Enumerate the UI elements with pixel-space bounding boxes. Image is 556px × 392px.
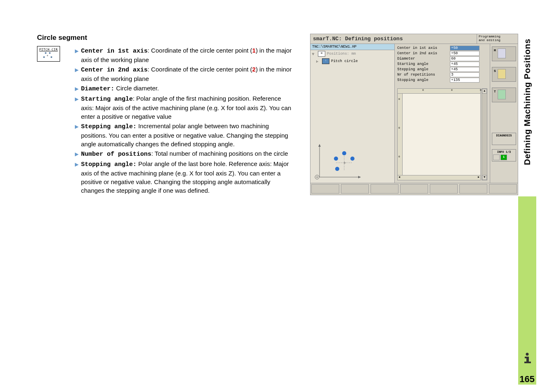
positions-icon: ⊞	[318, 51, 325, 57]
bullet-item: ▶ Number of positions: Total number of m…	[75, 149, 292, 159]
params-panel: Center in 1st axis Center in 2nd axis Di…	[395, 44, 490, 183]
param-label: Stepping angle	[396, 67, 450, 72]
bullet-arrow-icon: ▶	[75, 96, 79, 121]
tree-label: Positions: mm	[327, 52, 356, 56]
ruler-left: 0 0 0	[398, 94, 403, 175]
param-row: Center in 1st axis	[396, 46, 488, 51]
file-path: TNC:\SMARTNC\NEW1.HP	[310, 44, 394, 50]
svg-point-8	[342, 151, 346, 155]
bullet-arrow-icon: ▶	[75, 85, 79, 93]
side-toolbar: M S T DIAGNOSIS INFO 1/3 1	[490, 44, 518, 183]
diameter-input[interactable]	[450, 56, 480, 61]
bullet-text: Stepping angle: Incremental polar angle …	[81, 122, 292, 148]
scroll-down-icon[interactable]: ▼	[482, 175, 487, 180]
bullet-text: Center in 1st axis: Coordinate of the ci…	[81, 46, 292, 64]
param-row: Center in 2nd axis	[396, 51, 488, 56]
info-box[interactable]: INFO 1/3 1	[492, 149, 516, 161]
bullet-text: Stopping angle: Polar angle of the last …	[81, 159, 292, 195]
param-row: Diameter	[396, 56, 488, 61]
svg-rect-16	[526, 357, 529, 362]
param-label: Starting angle	[396, 62, 450, 67]
s-icon	[498, 69, 506, 79]
bullet-item: ▶ Stepping angle: Incremental polar angl…	[75, 122, 292, 148]
screen-title: smarT.NC: Defining positions	[310, 34, 477, 44]
tree-panel: TNC:\SMARTNC\NEW1.HP ▽ ⊞ Positions: mm ▷…	[310, 44, 395, 183]
toolbar-button[interactable]	[459, 184, 487, 194]
m-button[interactable]: M	[492, 46, 516, 61]
toolbar-button[interactable]	[371, 184, 398, 194]
pitch-circle-icon: ∴	[322, 58, 329, 64]
svg-point-7	[350, 157, 354, 161]
bullet-text: Starting angle: Polar angle of the first…	[81, 94, 292, 121]
bullet-list: ▶ Center in 1st axis: Coordinate of the …	[75, 46, 292, 195]
bullet-item: ▶ Starting angle: Polar angle of the fir…	[75, 94, 292, 121]
toolbar-button[interactable]	[489, 184, 517, 194]
stepping-angle-input[interactable]	[450, 67, 480, 72]
scrollbar-vertical[interactable]: ▲ ▼	[482, 88, 487, 180]
t-button[interactable]: T	[492, 88, 516, 102]
param-label: Center in 2nd axis	[396, 51, 450, 56]
stopping-angle-input[interactable]	[450, 78, 480, 83]
param-label: Nr of repetitions	[396, 72, 450, 77]
param-row: Stepping angle	[396, 67, 488, 72]
diagnosis-box[interactable]: DIAGNOSIS	[492, 133, 516, 145]
svg-marker-2	[358, 176, 361, 178]
param-label: Stopping angle	[396, 78, 450, 83]
scroll-up-icon[interactable]: ▲	[482, 89, 487, 94]
bullet-text: Number of positions: Total number of mac…	[81, 149, 292, 159]
diagnosis-icon	[493, 138, 515, 144]
bullet-arrow-icon: ▶	[75, 151, 79, 159]
bullet-text: Center in 2nd axis: Coordinate of the ci…	[81, 65, 292, 83]
bullet-item: ▶ Stopping angle: Polar angle of the las…	[75, 159, 292, 195]
section-title: Circle segment	[37, 34, 292, 42]
collapse-arrow-icon[interactable]: ▽	[312, 52, 316, 56]
bullet-text: Diameter: Circle diameter.	[81, 84, 292, 93]
toolbar-button[interactable]	[430, 184, 458, 194]
m-icon	[498, 48, 506, 58]
bullet-arrow-icon: ▶	[75, 48, 79, 64]
svg-point-9	[334, 157, 338, 161]
tree-item-pitch-circle[interactable]: ▷ ∴ Pitch circle	[310, 58, 394, 65]
ruler-bottom: ◄ ►	[398, 175, 480, 180]
cnc-screenshot: smarT.NC: Defining positions Programming…	[310, 34, 518, 195]
info-glyph-icon	[521, 352, 534, 365]
expand-arrow-icon[interactable]: ▷	[316, 60, 320, 63]
param-row: Starting angle	[396, 62, 488, 67]
param-label: Center in 1st axis	[396, 46, 450, 51]
param-row: Nr of repetitions	[396, 72, 488, 77]
param-row: Stopping angle	[396, 78, 488, 83]
center-1st-axis-input[interactable]	[450, 46, 480, 51]
starting-angle-input[interactable]	[450, 62, 480, 67]
toolbar-button[interactable]	[311, 184, 339, 194]
section-heading-vertical: Defining Machining Positions	[522, 39, 532, 165]
toolbar-button[interactable]	[400, 184, 428, 194]
bullet-item: ▶ Center in 1st axis: Coordinate of the …	[75, 46, 292, 64]
t-icon	[498, 90, 506, 99]
screen-mode: Programming and editing	[477, 34, 518, 44]
s-button[interactable]: S	[492, 67, 516, 82]
bullet-arrow-icon: ▶	[75, 123, 79, 148]
toolbar-button[interactable]	[341, 184, 369, 194]
center-2nd-axis-input[interactable]	[450, 51, 480, 56]
svg-text:+: +	[343, 161, 346, 166]
ruler-top: 0 0 0	[398, 89, 480, 94]
param-label: Diameter	[396, 56, 450, 61]
tree-item-positions[interactable]: ▽ ⊞ Positions: mm	[310, 50, 394, 58]
tree-label: Pitch circle	[331, 59, 358, 63]
repetitions-input[interactable]	[450, 72, 480, 77]
svg-rect-17	[524, 362, 531, 363]
bullet-item: ▶ Center in 2nd axis: Coordinate of the …	[75, 65, 292, 83]
page-number: 165	[519, 374, 535, 385]
svg-point-14	[526, 353, 529, 356]
circle-diagram: +	[311, 136, 394, 185]
graph-area: 0 0 0 0 0 0 ◄ ►	[397, 88, 481, 180]
bullet-item: ▶ Diameter: Circle diameter.	[75, 84, 292, 93]
svg-marker-3	[318, 144, 321, 147]
info-icon-1	[493, 154, 500, 160]
svg-point-10	[335, 167, 339, 171]
bullet-arrow-icon: ▶	[75, 67, 79, 83]
info-page-indicator: 1	[500, 154, 507, 160]
bullet-arrow-icon: ▶	[75, 161, 79, 195]
